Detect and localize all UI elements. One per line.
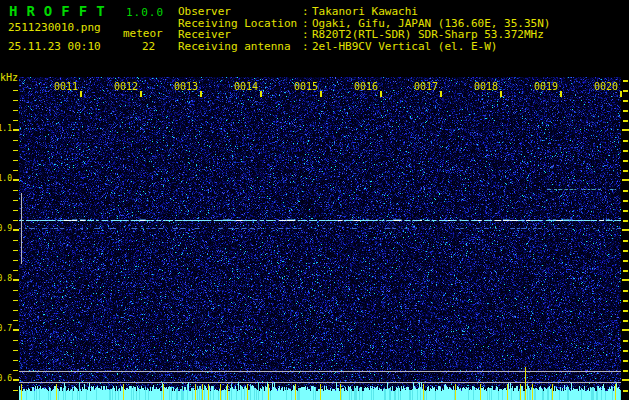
freq-minor-tick bbox=[13, 190, 18, 191]
minute-tick bbox=[80, 91, 82, 97]
app-version: 1.0.0 bbox=[126, 6, 164, 19]
output-filename: 2511230010.png bbox=[8, 21, 101, 34]
freq-minor-tick-right bbox=[623, 80, 628, 82]
freq-minor-tick bbox=[13, 290, 18, 291]
freq-minor-tick bbox=[13, 160, 18, 161]
freq-minor-tick-right bbox=[623, 120, 628, 122]
freq-minor-tick bbox=[13, 310, 18, 311]
minute-tick bbox=[440, 91, 442, 97]
time-label: 0014 bbox=[232, 82, 258, 92]
freq-major-tick bbox=[13, 129, 19, 131]
freq-minor-tick-right bbox=[623, 300, 628, 302]
time-label: 0020 bbox=[592, 82, 618, 92]
freq-minor-tick-right bbox=[623, 190, 628, 192]
minute-tick bbox=[560, 91, 562, 97]
time-label: 0016 bbox=[352, 82, 378, 92]
freq-major-tick bbox=[13, 329, 19, 331]
freq-minor-tick bbox=[13, 210, 18, 211]
freq-minor-tick bbox=[13, 220, 18, 221]
freq-minor-tick bbox=[13, 350, 18, 351]
minute-tick bbox=[620, 91, 622, 97]
minute-tick bbox=[380, 91, 382, 97]
freq-minor-tick-right bbox=[623, 340, 628, 342]
freq-minor-tick-right bbox=[623, 310, 628, 312]
spectrogram-canvas bbox=[19, 77, 621, 400]
freq-minor-tick-right bbox=[623, 240, 628, 242]
observation-datetime: 25.11.23 00:10 bbox=[8, 40, 101, 53]
freq-label: 0.9 bbox=[0, 225, 12, 233]
freq-minor-tick bbox=[13, 340, 18, 341]
freq-major-tick bbox=[13, 179, 19, 181]
freq-minor-tick bbox=[13, 100, 18, 101]
time-label: 0011 bbox=[52, 82, 78, 92]
freq-minor-tick bbox=[13, 150, 18, 151]
freq-minor-tick-right bbox=[623, 390, 628, 392]
freq-minor-tick-right bbox=[623, 160, 628, 162]
freq-major-tick-right bbox=[622, 179, 629, 181]
freq-minor-tick bbox=[13, 260, 18, 261]
freq-minor-tick bbox=[13, 300, 18, 301]
freq-major-tick-right bbox=[622, 129, 629, 131]
freq-major-tick-right bbox=[622, 229, 629, 231]
freq-label: 0.8 bbox=[0, 275, 12, 283]
freq-label: 0.6 bbox=[0, 375, 12, 383]
freq-minor-tick-right bbox=[623, 220, 628, 222]
minute-tick bbox=[140, 91, 142, 97]
freq-minor-tick-right bbox=[623, 290, 628, 292]
freq-major-tick-right bbox=[622, 329, 629, 331]
freq-minor-tick bbox=[13, 200, 18, 201]
freq-minor-tick bbox=[13, 90, 18, 91]
freq-minor-tick-right bbox=[623, 150, 628, 152]
minute-tick bbox=[260, 91, 262, 97]
freq-minor-tick-right bbox=[623, 140, 628, 142]
freq-minor-tick bbox=[13, 270, 18, 271]
freq-minor-tick bbox=[13, 320, 18, 321]
freq-label: 0.7 bbox=[0, 325, 12, 333]
freq-minor-tick-right bbox=[623, 170, 628, 172]
freq-label: 1.0 bbox=[0, 175, 12, 183]
minute-tick bbox=[320, 91, 322, 97]
minute-tick bbox=[500, 91, 502, 97]
freq-minor-tick-right bbox=[623, 200, 628, 202]
frequency-unit-label: kHz bbox=[0, 72, 18, 83]
freq-major-tick bbox=[13, 279, 19, 281]
freq-minor-tick bbox=[13, 360, 18, 361]
freq-minor-tick-right bbox=[623, 360, 628, 362]
freq-minor-tick bbox=[13, 140, 18, 141]
freq-label: 1.1 bbox=[0, 125, 12, 133]
time-label: 0019 bbox=[532, 82, 558, 92]
freq-minor-tick bbox=[13, 110, 18, 111]
hrofft-output-screen: HROFFT 1.0.0 2511230010.png meteor 25.11… bbox=[0, 0, 629, 400]
meteor-count: 22 bbox=[142, 40, 155, 53]
freq-major-tick-right bbox=[622, 379, 629, 381]
freq-minor-tick-right bbox=[623, 110, 628, 112]
freq-minor-tick bbox=[13, 390, 18, 391]
freq-minor-tick bbox=[13, 170, 18, 171]
freq-minor-tick bbox=[13, 120, 18, 121]
freq-minor-tick-right bbox=[623, 260, 628, 262]
freq-minor-tick-right bbox=[623, 250, 628, 252]
freq-minor-tick-right bbox=[623, 270, 628, 272]
freq-major-tick bbox=[13, 229, 19, 231]
time-label: 0012 bbox=[112, 82, 138, 92]
freq-minor-tick-right bbox=[623, 100, 628, 102]
minute-tick bbox=[200, 91, 202, 97]
observation-info: Observer:Takanori Kawachi Receiving Loca… bbox=[178, 6, 550, 52]
freq-minor-tick-right bbox=[623, 350, 628, 352]
freq-minor-tick-right bbox=[623, 320, 628, 322]
freq-minor-tick bbox=[13, 250, 18, 251]
mode-label: meteor bbox=[123, 27, 163, 40]
info-row-antenna: Receiving antenna:2el-HB9CV Vertical (el… bbox=[178, 41, 550, 53]
app-title: HROFFT bbox=[9, 3, 114, 19]
freq-minor-tick bbox=[13, 370, 18, 371]
time-label: 0017 bbox=[412, 82, 438, 92]
freq-major-tick-right bbox=[622, 279, 629, 281]
freq-minor-tick bbox=[13, 240, 18, 241]
freq-minor-tick-right bbox=[623, 90, 628, 92]
time-label: 0018 bbox=[472, 82, 498, 92]
freq-major-tick bbox=[13, 379, 19, 381]
freq-minor-tick-right bbox=[623, 370, 628, 372]
freq-minor-tick-right bbox=[623, 210, 628, 212]
time-label: 0013 bbox=[172, 82, 198, 92]
time-label: 0015 bbox=[292, 82, 318, 92]
